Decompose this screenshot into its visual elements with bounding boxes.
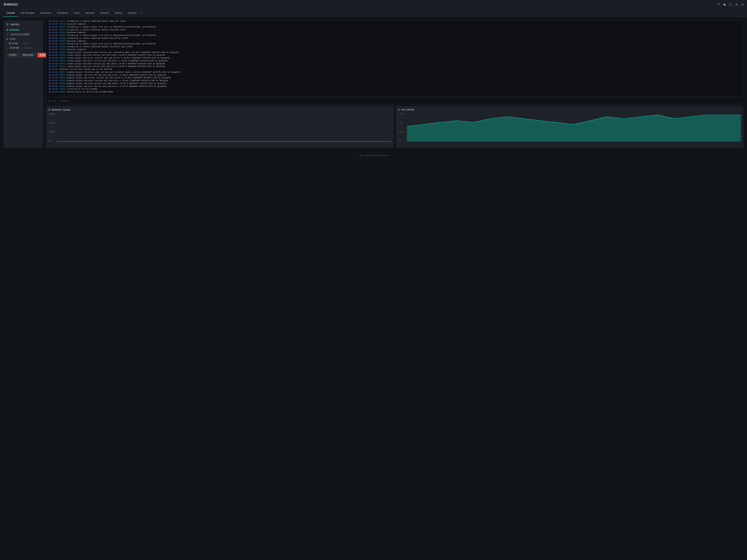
memory-y-label-3000: 3000Mb [49, 113, 56, 115]
tab-databases[interactable]: Databases [37, 9, 54, 17]
console-line: 00:33:05 [INFO] Attempting to update plu… [49, 26, 741, 29]
memory-chart-title: ☰ MEMORY USAGE [49, 109, 391, 111]
memory-svg [57, 113, 391, 142]
console-line: 00:33:05 [INFO] Download complete [49, 23, 741, 26]
console-line: 00:33:06 [INFO] Enabled plugin cmd_send … [49, 82, 741, 85]
tab-console[interactable]: Console [4, 9, 18, 17]
ip-value: 149.202.22.8:25565 [10, 33, 29, 36]
cpu-value: 0.14% [9, 38, 16, 40]
console-line: 00:33:06 [INFO] Enabled plugin cmd_serve… [49, 77, 741, 79]
cpu-chart-title: ■ CPU USAGE [398, 109, 741, 111]
disk-icon: ◇ [6, 47, 8, 49]
footer: © 2015 - 2020 Pterodactyl Software [0, 152, 747, 159]
console-input-row: $ [46, 98, 743, 104]
memory-value: 85.78 MB [9, 42, 18, 45]
console-line: 00:33:06 [INFO] Download complete [49, 48, 741, 51]
console-line: 00:33:05 [INFO] Download complete [49, 31, 741, 34]
memory-y-label-2000: 2000Mb [49, 122, 56, 124]
cpu-chart-panel: ■ CPU USAGE 0.15% 0.1% 0.05% 0% [396, 106, 743, 148]
memory-chart-icon: ☰ [49, 109, 50, 111]
svg-marker-9 [407, 115, 741, 142]
status-label: RUNNING [9, 29, 19, 31]
memory-chart-container: 3000Mb 2000Mb 1000Mb 0Mb [49, 113, 391, 145]
disk-separator: / [20, 47, 22, 49]
cpu-y-label-01: 0.1% [398, 122, 406, 124]
tab-network[interactable]: Network [97, 9, 112, 17]
console-line: 00:33:05 [INFO] Attempting to update plu… [49, 43, 741, 46]
server-panel: ☰ TESTES RUNNING ☍ 149.202.22.8:25565 ■ … [4, 21, 43, 148]
disk-stat: ◇ 10.39 MB / Unlimited [6, 47, 40, 49]
console-output: 00:33:05 [INFO] Attempting to Jenkins do… [46, 21, 743, 96]
menu-icon: ☰ [6, 23, 9, 26]
memory-max: / [19, 42, 21, 45]
server-panel-title: ☰ TESTES [6, 23, 40, 26]
main-content: ☰ TESTES RUNNING ☍ 149.202.22.8:25565 ■ … [0, 17, 747, 152]
cpu-chart-icon: ■ [398, 109, 400, 111]
tab-backups[interactable]: Backups [83, 9, 97, 17]
console-line: 00:33:06 [INFO] Started query on /0:0:0:… [49, 91, 741, 94]
start-button[interactable]: START [6, 53, 19, 57]
console-line: 00:33:05 [INFO] Attempting to Jenkins do… [49, 37, 741, 40]
console-line: 00:33:06 [INFO] Loaded plugin cmd_list v… [49, 65, 741, 68]
console-line: 00:33:06 [INFO] Loaded plugin cmd_alert … [49, 60, 741, 62]
tab-file-manager[interactable]: File Manager [18, 9, 37, 17]
memory-icon: ▫ [6, 42, 7, 45]
cpu-y-label-015: 0.15% [398, 113, 406, 115]
footer-text: © 2015 - 2020 Pterodactyl Software [358, 154, 389, 157]
layers-icon[interactable]: ◼ [723, 3, 726, 6]
console-line: 00:33:05 [INFO] Attempting to Jenkins do… [49, 46, 741, 48]
console-line: 00:33:06 [INFO] Listening on /0.0.0.0:25… [49, 88, 741, 91]
console-prompt: $ [48, 100, 50, 102]
nav-tabs: Console File Manager Databases Schedules… [0, 9, 747, 17]
console-line: 00:33:05 [INFO] Download complete [49, 40, 741, 43]
console-line: 00:33:05 [INFO] Attempting to Jenkins do… [49, 21, 741, 23]
memory-stat: ▫ 85.78 MB / 2 GB [6, 42, 40, 45]
memory-y-label-1000: 1000Mb [49, 131, 56, 133]
tab-users[interactable]: Users [71, 9, 83, 17]
tab-schedules[interactable]: Schedules [54, 9, 71, 17]
settings-icon[interactable]: ⚙ [735, 3, 738, 6]
console-line: 00:33:06 [INFO] Loaded plugin cmd_send v… [49, 62, 741, 65]
ip-stat: ☍ 149.202.22.8:25565 [6, 33, 40, 36]
console-line: 00:33:06 [INFO] Loaded plugin cmd_server… [49, 57, 741, 60]
status-stat: RUNNING [6, 29, 40, 31]
cpu-stat: ■ 0.14% [6, 37, 40, 40]
tab-settings[interactable]: Settings [125, 9, 139, 17]
cpu-icon: ■ [6, 37, 8, 40]
console-line: 00:33:06 [INFO] Enabled plugin reconnect… [49, 71, 741, 74]
restart-button[interactable]: RESTART [21, 53, 36, 57]
network-icon: ☍ [6, 33, 9, 36]
memory-svg-area [57, 113, 391, 142]
memory-chart-panel: ☰ MEMORY USAGE 3000Mb 2000Mb 1000Mb 0Mb [46, 106, 394, 148]
tab-startup[interactable]: Startup [112, 9, 125, 17]
disk-max-value: Unlimited [24, 47, 32, 49]
external-link-icon[interactable]: ➚ [139, 9, 144, 17]
console-line: 00:33:06 [WARNING] Forced host server pv… [49, 68, 741, 71]
cpu-chart-container: 0.15% 0.1% 0.05% 0% [398, 113, 741, 145]
console-line: 00:33:06 [INFO] Loaded plugin cmd_find v… [49, 54, 741, 57]
memory-y-label-0: 0Mb [49, 140, 56, 142]
header: Andrezzz ⚲ ◼ ◯ ⚙ ⇄ [0, 0, 747, 9]
console-area: 00:33:05 [INFO] Attempting to Jenkins do… [46, 21, 743, 148]
console-line: 00:33:06 [INFO] Enabled plugin cmd_find … [49, 74, 741, 77]
switch-icon[interactable]: ⇄ [741, 3, 743, 6]
charts-row: ☰ MEMORY USAGE 3000Mb 2000Mb 1000Mb 0Mb [46, 106, 743, 148]
header-icons: ⚲ ◼ ◯ ⚙ ⇄ [718, 3, 743, 6]
console-line: 00:33:06 [INFO] Enabled plugin cmd_list … [49, 85, 741, 88]
cpu-y-labels: 0.15% 0.1% 0.05% 0% [398, 113, 406, 142]
console-line: 00:33:06 [INFO] Enabled plugin cmd_alert… [49, 79, 741, 82]
memory-max-value: 2 GB [23, 42, 27, 45]
app-logo: Andrezzz [4, 2, 718, 6]
server-actions: START RESTART SToP [6, 53, 40, 57]
status-dot [6, 29, 8, 31]
disk-value: 10.39 MB [10, 47, 19, 49]
cpu-svg-area [407, 113, 741, 142]
console-line: 00:33:05 [INFO] Attempting to update plu… [49, 34, 741, 37]
console-line: 00:33:06 [INFO] Loaded plugin reconnect_… [49, 51, 741, 54]
search-icon[interactable]: ⚲ [718, 3, 720, 6]
person-icon[interactable]: ◯ [729, 3, 732, 6]
console-input[interactable] [51, 100, 741, 102]
cpu-svg [407, 113, 741, 142]
memory-y-labels: 3000Mb 2000Mb 1000Mb 0Mb [49, 113, 56, 142]
cpu-y-label-0: 0% [398, 140, 406, 142]
